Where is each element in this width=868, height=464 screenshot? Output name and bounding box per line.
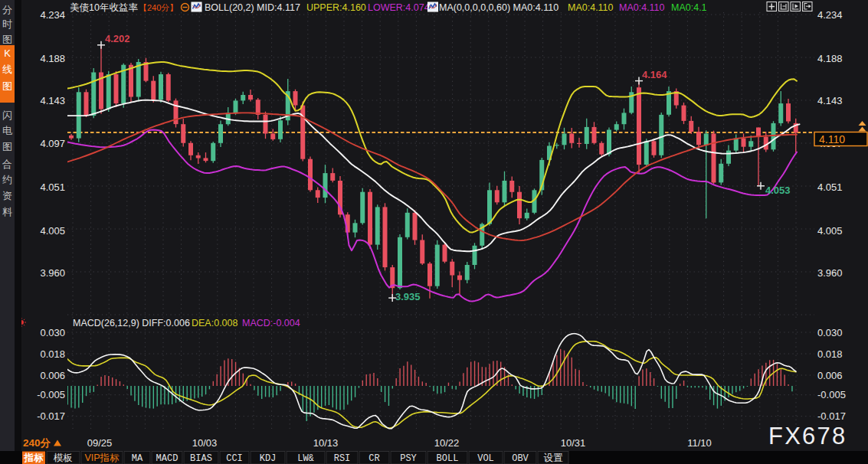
svg-text:合: 合 xyxy=(2,158,12,170)
svg-text:4.164: 4.164 xyxy=(642,69,667,80)
svg-text:4.202: 4.202 xyxy=(105,33,130,44)
svg-text:设置: 设置 xyxy=(544,453,564,463)
svg-text:时: 时 xyxy=(2,18,12,30)
svg-text:FX678: FX678 xyxy=(768,423,847,449)
svg-text:4.005: 4.005 xyxy=(40,225,65,237)
svg-text:VOL: VOL xyxy=(477,453,494,464)
svg-text:DEA:0.008: DEA:0.008 xyxy=(192,318,238,328)
svg-text:10/31: 10/31 xyxy=(561,437,586,449)
svg-text:4.005: 4.005 xyxy=(817,225,843,237)
svg-text:3.960: 3.960 xyxy=(40,267,65,279)
svg-text:4.110: 4.110 xyxy=(819,133,845,145)
svg-text:分: 分 xyxy=(2,4,12,15)
svg-text:MA: MA xyxy=(132,453,143,464)
svg-text:CCI: CCI xyxy=(226,453,243,464)
svg-text:10/13: 10/13 xyxy=(313,437,339,449)
svg-text:3.960: 3.960 xyxy=(817,267,843,279)
svg-text:4.097: 4.097 xyxy=(40,138,65,149)
svg-text:CR: CR xyxy=(368,453,379,464)
svg-text:4.143: 4.143 xyxy=(40,95,65,106)
svg-text:4.053: 4.053 xyxy=(765,185,791,196)
svg-text:UPPER:4.160: UPPER:4.160 xyxy=(306,2,366,13)
svg-text:MA0:4.110: MA0:4.110 xyxy=(568,2,614,13)
svg-text:0.030: 0.030 xyxy=(817,327,843,338)
svg-text:PSY: PSY xyxy=(400,453,417,464)
svg-text:-0.005: -0.005 xyxy=(817,389,846,400)
svg-text:MACD: MACD xyxy=(156,453,179,464)
svg-text:4.234: 4.234 xyxy=(817,9,843,21)
svg-text:指标: 指标 xyxy=(24,453,44,463)
svg-text:-0.005: -0.005 xyxy=(37,389,65,400)
svg-text:MACD:-0.004: MACD:-0.004 xyxy=(242,318,300,328)
svg-text:LOWER:4.074: LOWER:4.074 xyxy=(368,2,430,13)
svg-text:图: 图 xyxy=(2,141,12,152)
svg-text:模板: 模板 xyxy=(53,453,73,463)
svg-text:0.018: 0.018 xyxy=(40,348,65,360)
svg-text:资: 资 xyxy=(2,190,12,201)
svg-text:MA0:4.1: MA0:4.1 xyxy=(671,2,707,13)
svg-text:-0.017: -0.017 xyxy=(817,410,846,422)
svg-text:闪: 闪 xyxy=(2,109,12,121)
svg-text:LW&: LW& xyxy=(297,453,314,464)
svg-text:4.188: 4.188 xyxy=(817,53,843,64)
svg-text:图: 图 xyxy=(2,34,12,45)
svg-text:MACD(26,12,9) DIFF:0.006: MACD(26,12,9) DIFF:0.006 xyxy=(73,318,190,328)
svg-text:【240分】: 【240分】 xyxy=(139,3,178,12)
svg-text:0.018: 0.018 xyxy=(817,348,843,360)
svg-text:0.006: 0.006 xyxy=(817,370,843,381)
svg-text:4.143: 4.143 xyxy=(817,95,843,106)
svg-text:电: 电 xyxy=(2,125,12,136)
svg-text:4.234: 4.234 xyxy=(40,9,65,21)
svg-text:0.006: 0.006 xyxy=(40,370,65,381)
svg-text:4.188: 4.188 xyxy=(40,53,65,64)
svg-text:09/25: 09/25 xyxy=(87,437,113,449)
svg-text:美债10年收益率: 美债10年收益率 xyxy=(70,2,138,13)
svg-text:RSI: RSI xyxy=(334,453,351,464)
svg-text:10/22: 10/22 xyxy=(434,437,460,449)
svg-text:线: 线 xyxy=(2,64,12,75)
svg-text:BOLL: BOLL xyxy=(437,453,459,464)
svg-text:BIAS: BIAS xyxy=(190,453,212,464)
svg-text:VIP指标: VIP指标 xyxy=(84,453,120,463)
svg-text:4.051: 4.051 xyxy=(40,181,65,193)
svg-text:MA0:4.110: MA0:4.110 xyxy=(619,2,665,13)
svg-text:0.030: 0.030 xyxy=(40,327,65,338)
svg-text:KDJ: KDJ xyxy=(260,453,277,464)
svg-text:图: 图 xyxy=(2,80,12,92)
svg-text:约: 约 xyxy=(2,174,12,185)
svg-text:K: K xyxy=(4,47,11,59)
svg-text:MA(0,0,0,0,0,60) MA0:4.110: MA(0,0,0,0,0,60) MA0:4.110 xyxy=(439,2,558,13)
svg-text:OBV: OBV xyxy=(512,453,529,464)
svg-text:-0.017: -0.017 xyxy=(37,410,65,422)
svg-text:10/03: 10/03 xyxy=(192,437,218,449)
svg-text:240分: 240分 xyxy=(23,437,51,449)
svg-text:11/10: 11/10 xyxy=(687,437,712,449)
svg-text:BOLL(20,2) MID:4.117: BOLL(20,2) MID:4.117 xyxy=(205,2,300,13)
svg-text:料: 料 xyxy=(2,206,12,217)
svg-text:4.051: 4.051 xyxy=(817,181,843,193)
svg-text:3.935: 3.935 xyxy=(395,291,421,302)
